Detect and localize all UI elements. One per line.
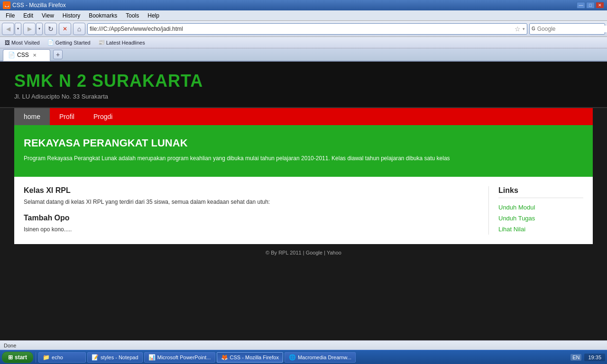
minimize-button[interactable]: — [577, 2, 585, 9]
search-input[interactable] [537, 26, 607, 32]
bookmark-latest-headlines-label: Latest Headlines [106, 40, 145, 46]
menubar: File Edit View History Bookmarks Tools H… [0, 10, 607, 21]
navbar: ◀ ▾ ▶ ▾ ↻ ✕ ⌂ ☆ ▾ G 🔍 [0, 21, 607, 37]
latest-headlines-icon: 📰 [98, 39, 105, 46]
reload-button[interactable]: ↻ [45, 23, 57, 35]
address-bar[interactable] [90, 26, 513, 32]
bookmarks-bar: 🖼 Most Visited 📄 Getting Started 📰 Lates… [0, 37, 607, 48]
menu-history[interactable]: History [59, 11, 84, 20]
back-dropdown[interactable]: ▾ [15, 23, 21, 35]
tab-css[interactable]: 📄 CSS ✕ [3, 49, 50, 61]
bookmark-star-icon[interactable]: ☆ [515, 25, 521, 33]
menu-edit[interactable]: Edit [19, 11, 37, 20]
back-button[interactable]: ◀ [2, 23, 14, 35]
titlebar-buttons: — □ ✕ [577, 2, 604, 9]
bookmark-most-visited-label: Most Visited [11, 40, 40, 46]
forward-button[interactable]: ▶ [23, 23, 36, 35]
tab-label: CSS [17, 52, 29, 58]
titlebar: 🦊 CSS - Mozilla Firefox — □ ✕ [0, 0, 607, 10]
home-button[interactable]: ⌂ [73, 23, 85, 35]
tab-icon: 📄 [8, 52, 15, 58]
most-visited-icon: 🖼 [5, 40, 10, 46]
menu-tools[interactable]: Tools [122, 11, 143, 20]
titlebar-title: CSS - Mozilla Firefox [12, 2, 66, 9]
address-dropdown[interactable]: ▾ [523, 27, 525, 31]
stop-button[interactable]: ✕ [59, 23, 71, 35]
tab-close-button[interactable]: ✕ [33, 53, 37, 58]
menu-file[interactable]: File [2, 11, 18, 20]
new-tab-button[interactable]: + [53, 50, 63, 59]
bookmark-getting-started-label: Getting Started [55, 40, 91, 46]
close-button[interactable]: ✕ [596, 2, 604, 9]
menu-help[interactable]: Help [144, 11, 163, 20]
tabbar: 📄 CSS ✕ + [0, 48, 607, 62]
search-logo: G [532, 26, 535, 31]
firefox-icon: 🦊 [3, 1, 10, 9]
getting-started-icon: 📄 [47, 39, 54, 46]
back-forward-group: ◀ ▾ [2, 23, 21, 35]
bookmark-getting-started[interactable]: 📄 Getting Started [46, 39, 92, 46]
search-container: G 🔍 [529, 23, 605, 35]
forward-dropdown[interactable]: ▾ [36, 23, 43, 35]
bookmark-latest-headlines[interactable]: 📰 Latest Headlines [96, 39, 147, 46]
titlebar-left: 🦊 CSS - Mozilla Firefox [3, 1, 66, 9]
menu-bookmarks[interactable]: Bookmarks [85, 11, 121, 20]
forward-group: ▶ ▾ [23, 23, 43, 35]
bookmark-most-visited[interactable]: 🖼 Most Visited [3, 39, 42, 46]
address-bar-container: ☆ ▾ [87, 23, 527, 35]
maximize-button[interactable]: □ [586, 2, 595, 9]
menu-view[interactable]: View [38, 11, 58, 20]
